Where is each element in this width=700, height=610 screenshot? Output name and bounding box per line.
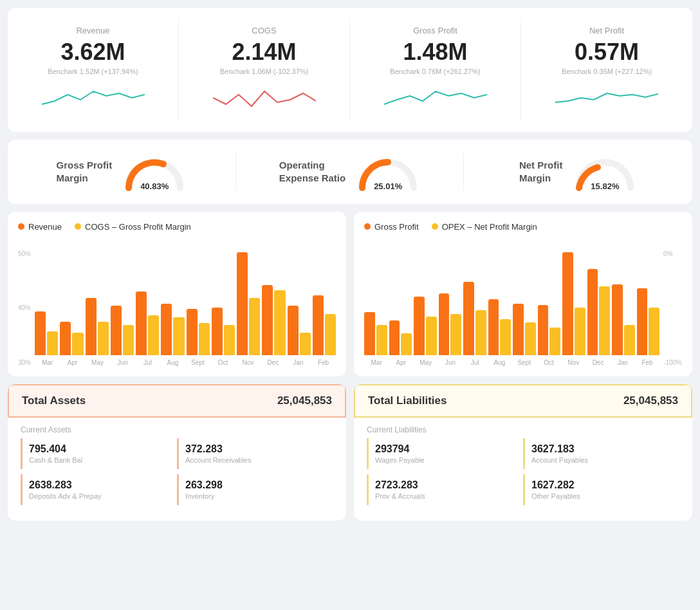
bar-a-8 bbox=[562, 252, 573, 355]
chart-1: Revenue COGS – Gross Profit Margin 50% 4… bbox=[8, 212, 346, 376]
month-label-7: Oct bbox=[210, 359, 235, 366]
month-group-2 bbox=[86, 298, 109, 355]
month-label-0: Mar bbox=[364, 359, 389, 366]
bar-a-2 bbox=[414, 297, 425, 355]
chart2-legend: Gross Profit OPEX – Net Profit Margin bbox=[364, 222, 682, 232]
asset-item-1: 372.283 Account Receivables bbox=[177, 438, 333, 469]
asset-item-2: 2638.283 Deposits Adv & Prepay bbox=[21, 474, 177, 505]
bar-b-8 bbox=[249, 298, 260, 355]
liab-item-3: 1627.282 Other Payables bbox=[523, 474, 679, 505]
month-label-9: Dec bbox=[585, 359, 610, 366]
month-group-0 bbox=[364, 312, 387, 355]
month-group-7 bbox=[212, 308, 235, 355]
bar-b-1 bbox=[72, 333, 83, 355]
bar-a-4 bbox=[463, 282, 474, 355]
assets-title: Total Assets bbox=[22, 394, 86, 407]
asset-3-label: Inventory bbox=[185, 492, 333, 500]
gauge-row: Gross ProfitMargin 40.83% OperatingExpen… bbox=[8, 140, 692, 204]
gauge-operating-expense-ratio: OperatingExpense Ratio 25.01% bbox=[236, 152, 465, 191]
bar-a-0 bbox=[364, 312, 375, 355]
legend-revenue-label: Revenue bbox=[28, 222, 62, 232]
gauge-gpm-label: Gross ProfitMargin bbox=[56, 159, 112, 184]
gauge-npm-chart: 15.82% bbox=[573, 152, 637, 191]
asset-item-0: 795.404 Cash & Bank Bal bbox=[21, 438, 177, 469]
bar-b-11 bbox=[649, 308, 659, 355]
balance-row: Total Assets 25,045,853 Current Assets 7… bbox=[8, 384, 692, 521]
assets-section-title: Current Assets bbox=[8, 418, 346, 438]
month-group-1 bbox=[60, 322, 83, 355]
bar-a-4 bbox=[136, 291, 147, 355]
month-group-10 bbox=[288, 306, 311, 355]
month-label-3: Jun bbox=[110, 359, 135, 366]
liabilities-value: 25,045,853 bbox=[623, 394, 678, 407]
month-group-3 bbox=[439, 293, 462, 355]
bar-b-4 bbox=[148, 315, 159, 355]
bar-b-2 bbox=[426, 317, 437, 355]
gauge-npm-label: Net ProfitMargin bbox=[519, 159, 563, 184]
assets-value: 25,045,853 bbox=[277, 394, 332, 407]
bar-a-3 bbox=[439, 293, 450, 355]
bar-b-10 bbox=[300, 333, 311, 355]
month-group-8 bbox=[237, 252, 260, 355]
liabilities-title: Total Liabilities bbox=[368, 394, 447, 407]
gauge-gpm-chart: 40.83% bbox=[122, 152, 187, 191]
asset-2-label: Deposits Adv & Prepay bbox=[29, 492, 177, 500]
kpi-gross-profit-label: Gross Profit bbox=[413, 26, 457, 35]
bar-a-6 bbox=[513, 304, 524, 355]
chart2-bars-container: MarAprMayJunJulAugSeptOctNovDecJanFeb bbox=[364, 239, 659, 366]
kpi-row: Revenue 3.62M Benchark 1.52M (+137.94%) … bbox=[8, 8, 692, 132]
bar-a-1 bbox=[60, 322, 71, 355]
month-label-3: Jun bbox=[438, 359, 463, 366]
chart1-bars bbox=[35, 239, 336, 355]
month-group-11 bbox=[313, 295, 336, 355]
kpi-cogs: COGS 2.14M Benchark 1.06M (-102.37%) bbox=[179, 18, 350, 122]
bar-a-0 bbox=[35, 311, 46, 355]
kpi-net-profit-benchmark: Benchark 0.35M (+227.12%) bbox=[562, 68, 652, 75]
month-group-4 bbox=[463, 282, 486, 355]
asset-1-label: Account Receivables bbox=[185, 456, 333, 464]
bar-a-7 bbox=[538, 305, 549, 355]
legend-opex-label: OPEX – Net Profit Margin bbox=[442, 222, 537, 232]
gauge-gpm-value: 40.83% bbox=[140, 181, 169, 191]
chart2-y-0: 0% bbox=[663, 250, 682, 257]
bar-b-5 bbox=[173, 317, 184, 355]
bar-b-11 bbox=[325, 314, 336, 355]
chart1-legend: Revenue COGS – Gross Profit Margin bbox=[18, 222, 336, 232]
month-group-11 bbox=[637, 288, 660, 355]
bar-b-9 bbox=[274, 290, 285, 355]
kpi-cogs-sparkline bbox=[213, 82, 316, 114]
assets-header: Total Assets 25,045,853 bbox=[8, 384, 346, 418]
month-label-4: Jul bbox=[463, 359, 487, 366]
liab-3-value: 1627.282 bbox=[531, 479, 679, 491]
liab-0-label: Wages Payable bbox=[375, 456, 523, 464]
gauge-oer-chart: 25.01% bbox=[356, 152, 420, 191]
month-label-2: May bbox=[414, 359, 438, 366]
kpi-net-profit-sparkline bbox=[555, 82, 658, 114]
month-label-11: Feb bbox=[635, 359, 659, 366]
kpi-net-profit-value: 0.57M bbox=[575, 39, 639, 65]
asset-3-value: 263.298 bbox=[185, 479, 333, 491]
month-group-9 bbox=[587, 269, 611, 355]
bar-a-6 bbox=[187, 309, 198, 355]
chart1-y-50: 50% bbox=[18, 250, 31, 257]
month-group-6 bbox=[513, 304, 536, 355]
month-label-6: Sept bbox=[185, 359, 210, 366]
liabilities-items: 293794 Wages Payable 3627.183 Account Pa… bbox=[354, 438, 692, 521]
bar-a-11 bbox=[313, 295, 324, 355]
kpi-revenue-sparkline bbox=[42, 82, 145, 114]
bar-b-0 bbox=[376, 325, 387, 355]
bar-a-10 bbox=[288, 306, 299, 355]
liab-1-value: 3627.183 bbox=[531, 443, 679, 455]
legend-revenue: Revenue bbox=[18, 222, 62, 232]
legend-opex-npm: OPEX – Net Profit Margin bbox=[432, 222, 537, 232]
month-group-8 bbox=[562, 252, 585, 355]
kpi-gross-profit-sparkline bbox=[384, 82, 487, 114]
liab-2-value: 2723.283 bbox=[375, 479, 523, 491]
month-label-9: Dec bbox=[261, 359, 286, 366]
kpi-revenue-value: 3.62M bbox=[60, 39, 125, 65]
liab-3-label: Other Payables bbox=[531, 492, 679, 500]
month-label-5: Aug bbox=[160, 359, 185, 366]
bar-b-0 bbox=[47, 331, 58, 355]
liab-1-label: Account Payables bbox=[531, 456, 679, 464]
bar-a-8 bbox=[237, 252, 248, 355]
